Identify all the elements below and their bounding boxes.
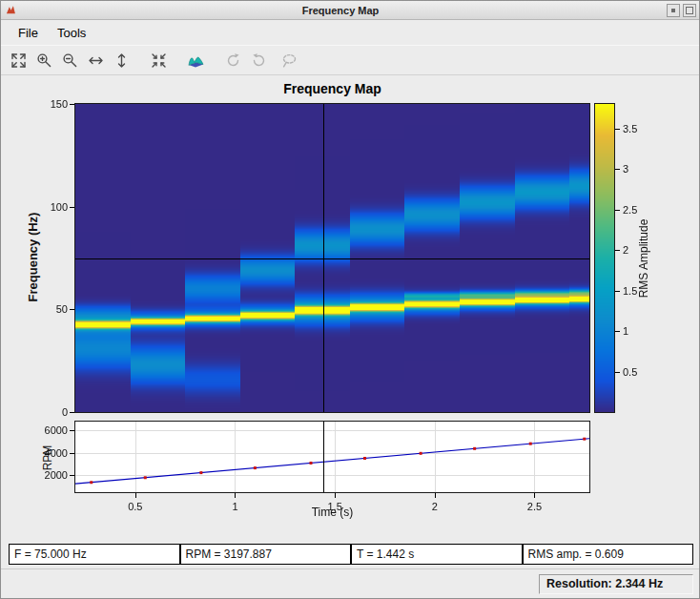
toolbar-button-rotate-right[interactable] <box>246 48 272 73</box>
rotate-left-icon <box>225 52 241 69</box>
status-field-rms: RMS amp. = 0.609 <box>523 544 694 565</box>
rpm-y-tick <box>70 430 74 431</box>
window-minimize-button[interactable] <box>667 4 680 17</box>
restore-view-icon <box>151 52 167 69</box>
rpm-y-tick-label: 4000 <box>31 445 68 461</box>
lasso-icon <box>281 52 298 69</box>
status-field-frequency: F = 75.000 Hz <box>9 544 180 565</box>
colorbar-tick <box>615 372 620 373</box>
matlab-logo-icon <box>6 5 16 15</box>
toolbar-button-frequency-map-tool[interactable] <box>183 48 209 73</box>
colorbar-tick <box>615 331 620 332</box>
freq-y-tick <box>70 309 74 310</box>
frequency-map-canvas[interactable] <box>75 104 589 412</box>
toolbar-button-zoom-out[interactable] <box>57 48 83 73</box>
zoom-in-icon <box>36 52 52 69</box>
rpm-y-tick-label: 6000 <box>31 423 68 438</box>
toolbar <box>1 45 699 75</box>
colorbar-tick-label: 2 <box>623 242 649 258</box>
rpm-x-tick <box>534 493 535 498</box>
colorbar-tick-label: 1.5 <box>623 283 649 299</box>
minimize-icon <box>671 9 675 12</box>
menu-file[interactable]: File <box>9 23 48 43</box>
zoom-y-icon <box>113 52 130 69</box>
window-title: Frequency Map <box>17 5 664 16</box>
fit-to-window-icon <box>10 52 27 69</box>
freq-y-tick-label: 50 <box>31 301 68 317</box>
toolbar-button-zoom-y[interactable] <box>109 48 134 73</box>
status-field-time: T = 1.442 s <box>351 544 523 565</box>
freq-y-tick <box>70 412 74 413</box>
freq-y-tick-label: 100 <box>31 199 68 215</box>
maximize-icon <box>686 7 693 14</box>
menu-tools[interactable]: Tools <box>48 23 95 43</box>
rpm-x-tick-label: 2 <box>421 499 449 514</box>
rpm-x-tick <box>435 493 436 498</box>
status-field-rpm: RPM = 3197.887 <box>180 544 352 565</box>
toolbar-button-lasso[interactable] <box>277 48 302 73</box>
frequency-map-window: Frequency Map File Tools <box>0 0 700 599</box>
colorbar-tick <box>615 250 620 251</box>
colorbar-tick <box>615 210 620 211</box>
rpm-y-tick <box>70 453 74 454</box>
rpm-y-tick <box>70 475 74 476</box>
rpm-x-tick-label: 1 <box>220 499 249 514</box>
app-icon[interactable] <box>4 4 17 17</box>
colorbar-canvas <box>595 104 614 412</box>
status-bar: F = 75.000 Hz RPM = 3197.887 T = 1.442 s… <box>9 544 693 565</box>
colorbar-tick <box>615 129 620 130</box>
rotate-right-icon <box>251 52 267 69</box>
toolbar-button-fit-to-window[interactable] <box>6 48 31 73</box>
menu-bar: File Tools <box>1 20 699 45</box>
colorbar-tick-label: 3 <box>623 161 649 176</box>
toolbar-button-rotate-left[interactable] <box>220 48 246 73</box>
toolbar-button-restore-view[interactable] <box>146 48 172 73</box>
rpm-x-tick <box>335 493 336 498</box>
rpm-x-tick-label: 1.5 <box>320 499 349 514</box>
zoom-out-icon <box>62 52 78 69</box>
zoom-x-icon <box>88 52 104 69</box>
toolbar-button-zoom-in[interactable] <box>31 48 57 73</box>
title-bar[interactable]: Frequency Map <box>1 1 699 20</box>
window-maximize-button[interactable] <box>683 4 696 17</box>
resolution-display: Resolution: 2.344 Hz <box>539 574 693 594</box>
frequency-map-tool-icon <box>188 52 204 69</box>
rpm-x-tick <box>235 493 236 498</box>
colorbar-tick-label: 1 <box>623 323 649 339</box>
colorbar-tick <box>615 291 620 292</box>
freq-y-tick <box>70 207 74 208</box>
rpm-x-tick <box>135 493 136 498</box>
colorbar-tick <box>615 169 620 170</box>
rpm-x-tick-label: 0.5 <box>121 499 150 514</box>
toolbar-button-zoom-x[interactable] <box>83 48 109 73</box>
freq-y-tick <box>70 104 74 105</box>
bottom-bar: Resolution: 2.344 Hz <box>1 568 699 599</box>
rpm-y-tick-label: 2000 <box>31 467 68 483</box>
rpm-canvas[interactable] <box>75 422 589 492</box>
colorbar-tick-label: 0.5 <box>623 364 649 380</box>
freq-y-tick-label: 150 <box>31 96 68 112</box>
plot-title: Frequency Map <box>75 81 589 96</box>
freq-y-tick-label: 0 <box>31 404 68 420</box>
rpm-x-tick-label: 2.5 <box>520 499 548 514</box>
colorbar-tick-label: 3.5 <box>623 121 649 136</box>
colorbar-tick-label: 2.5 <box>623 202 649 217</box>
